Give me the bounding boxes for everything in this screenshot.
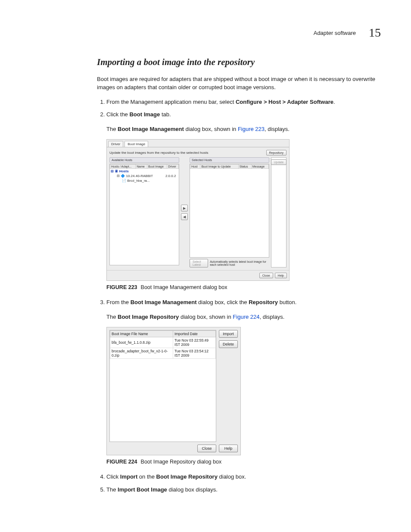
page-header: Adapter software 15 [97,26,381,40]
col-status[interactable]: Status [238,165,251,169]
select-latest-text: Automatically selects latest boot image … [210,260,269,266]
page-number: 15 [369,26,381,40]
table-row[interactable]: brocade_adapter_boot_fw_v2-1-0-0.zipTue … [110,348,216,359]
col-host[interactable]: Host [190,165,200,169]
col-name[interactable]: Name [136,165,147,169]
help-button[interactable]: Help [219,445,238,452]
dialog-desc: Update the boot images from the reposito… [109,151,208,155]
figure-223: Driver Boot Image Update the boot images… [106,139,381,281]
step-5: The Import Boot Image dialog box display… [106,485,381,494]
step-3-sub: The Boot Image Repository dialog box, sh… [106,313,381,321]
figure-224: Boot Image File Name Imported Date bfa_b… [106,327,381,455]
step-1: From the Management application menu bar… [106,98,381,106]
col-date[interactable]: Imported Date [173,331,215,337]
delete-button[interactable]: Delete [219,340,238,348]
step-4: Click Import on the Boot Image Repositor… [106,473,381,481]
driver-tab[interactable]: Driver [108,141,123,147]
running-head: Adapter software [314,30,356,36]
close-button[interactable]: Close [197,445,216,452]
step-2: Click the Boot Image tab. [106,110,381,119]
col-message[interactable]: Message [251,165,268,169]
adapter-row[interactable]: 📄 Brcd_hba_ra... [110,178,179,183]
col-driver[interactable]: Driver [167,165,179,169]
section-heading: Importing a boot image into the reposito… [97,57,381,68]
repository-button[interactable]: Repository [266,150,286,156]
repo-table[interactable]: Boot Image File Name Imported Date bfa_b… [109,330,216,442]
available-hosts-header: Available Hosts [109,157,179,163]
figure-223-link[interactable]: Figure 223 [238,126,265,132]
col-bootimage[interactable]: Boot Image [147,165,167,169]
boot-image-repo-dialog: Boot Image File Name Imported Date bfa_b… [106,327,241,455]
col-filename[interactable]: Boot Image File Name [110,331,173,337]
hosts-root[interactable]: ⊟ 🖥 Hosts [110,169,179,174]
figure-224-caption: FIGURE 224Boot Image Repository dialog b… [106,459,381,465]
col-hosts[interactable]: Hosts / Adapt... [110,165,136,169]
step-2-sub: The Boot Image Management dialog box, sh… [106,125,381,134]
move-left-button[interactable]: ◀ [181,213,188,220]
col-boot-update[interactable]: Boot Image to Update [200,165,238,169]
update-button[interactable]: Update [271,159,287,165]
boot-image-mgmt-dialog: Driver Boot Image Update the boot images… [106,139,290,281]
available-hosts-list[interactable]: Hosts / Adapt... Name Boot Image Driver … [109,164,179,265]
figure-224-link[interactable]: Figure 224 [233,314,259,320]
figure-223-caption: FIGURE 223Boot Image Management dialog b… [106,284,381,290]
selected-hosts-header: Selected Hosts [190,157,269,163]
close-button[interactable]: Close [259,273,273,278]
help-button[interactable]: Help [275,273,287,278]
intro-paragraph: Boot images are required for adapters th… [97,75,381,92]
selected-hosts-list[interactable]: Host Boot Image to Update Status Message [190,164,269,258]
boot-image-tab[interactable]: Boot Image [125,141,148,147]
table-row[interactable]: bfa_boot_fw_1.1.0.8.zipTue Nov 03 22:55:… [110,337,216,348]
import-button[interactable]: Import [219,330,238,338]
host-row[interactable]: ⊟ 🔷 10.24.40-RABBIT 2.0.0.2 [110,174,179,178]
select-latest-button[interactable]: Select Latest [190,259,208,268]
step-3: From the Boot Image Management dialog bo… [106,298,381,307]
move-right-button[interactable]: ▶ [181,205,188,212]
